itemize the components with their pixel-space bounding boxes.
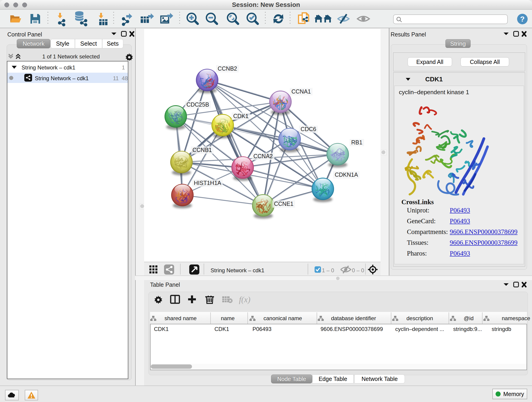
svg-text:CCNB2: CCNB2: [218, 65, 237, 72]
svg-text:CCNA2: CCNA2: [253, 153, 273, 159]
svg-text:CDC6: CDC6: [301, 126, 316, 132]
svg-text:RB1: RB1: [351, 139, 362, 146]
svg-text:CCNE1: CCNE1: [274, 201, 293, 207]
svg-text:CCNA1: CCNA1: [291, 88, 311, 95]
svg-text:CDKN1A: CDKN1A: [335, 172, 358, 178]
svg-text:CDK1: CDK1: [233, 113, 249, 119]
svg-text:HIST1H1A: HIST1H1A: [194, 180, 221, 186]
svg-text:CDC25B: CDC25B: [186, 101, 209, 108]
svg-text:f(x): f(x): [239, 295, 250, 304]
svg-text:CCNB1: CCNB1: [192, 147, 212, 153]
